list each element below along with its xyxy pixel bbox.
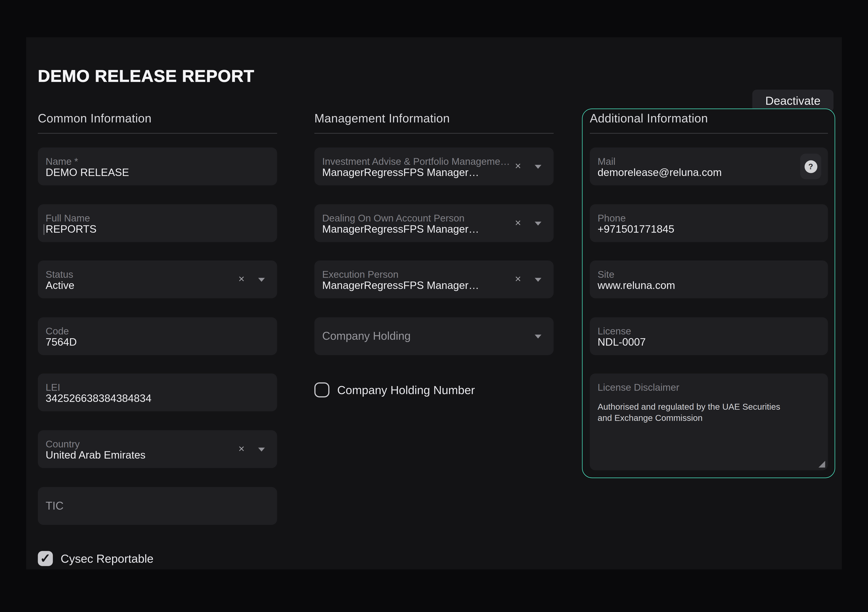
field-dealing-on-own-account-person[interactable]: Dealing On Own Account PersonManagerRegr… (314, 204, 554, 242)
field-label: License (597, 326, 631, 337)
field-label: Country (46, 438, 80, 450)
field-company-holding[interactable]: Company Holding (314, 317, 554, 355)
field-label: Site (597, 269, 614, 281)
clear-icon[interactable]: × (513, 273, 523, 285)
field-value: 7564D (46, 336, 77, 348)
clear-icon[interactable]: × (513, 217, 523, 229)
field-value: Authorised and regulated by the UAE Secu… (597, 401, 792, 424)
field-status[interactable]: StatusActive× (38, 261, 277, 298)
section-divider (590, 133, 828, 134)
field-label: LEI (46, 382, 60, 393)
section-title: Common Information (38, 112, 277, 126)
field-placeholder: Company Holding (322, 330, 411, 343)
field-execution-person[interactable]: Execution PersonManagerRegressFPS Manage… (314, 261, 554, 298)
section-common-information: Common Information Name *DEMO RELEASEFul… (38, 112, 277, 126)
question-mark-icon: ? (804, 160, 817, 173)
clear-icon[interactable]: × (236, 443, 246, 455)
field-value: demorelease@reluna.com (597, 166, 722, 178)
field-value: 342526638384384834 (46, 392, 152, 404)
checkbox-label: Cysec Reportable (60, 552, 153, 565)
field-license[interactable]: LicenseNDL-0007 (590, 317, 828, 355)
field-label: Dealing On Own Account Person (322, 213, 465, 224)
field-label: Execution Person (322, 269, 398, 281)
field-country[interactable]: CountryUnited Arab Emirates× (38, 430, 277, 468)
help-button[interactable]: ? (800, 154, 821, 179)
clear-icon[interactable]: × (236, 273, 246, 285)
field-value: REPORTS (46, 223, 97, 235)
field-mail[interactable]: Maildemorelease@reluna.com? (590, 148, 828, 185)
field-label: Status (46, 269, 73, 281)
field-label: Full Name (46, 213, 90, 224)
chevron-down-icon[interactable] (258, 447, 265, 451)
checkbox-cysec-reportable[interactable]: ✓Cysec Reportable (38, 551, 153, 566)
field-label: Investment Advise & Portfolio Manageme… (322, 156, 510, 167)
field-site[interactable]: Sitewww.reluna.com (590, 261, 828, 298)
section-divider (38, 133, 277, 134)
field-value: NDL-0007 (597, 336, 646, 348)
field-value: Active (46, 279, 74, 291)
field-tic[interactable]: TIC (38, 487, 277, 525)
field-value: www.reluna.com (597, 279, 675, 291)
chevron-down-icon[interactable] (535, 222, 541, 225)
field-license-disclaimer[interactable]: License DisclaimerAuthorised and regulat… (590, 373, 828, 471)
field-label: Mail (597, 156, 615, 167)
field-value: ManagerRegressFPS Manager… (322, 279, 479, 291)
checkbox-label: Company Holding Number (337, 383, 475, 396)
section-title: Management Information (314, 112, 554, 126)
checkbox-company-holding-number[interactable]: Company Holding Number (314, 382, 475, 397)
clear-icon[interactable]: × (513, 160, 523, 172)
page-title: DEMO RELEASE REPORT (38, 66, 254, 85)
field-value: DEMO RELEASE (46, 166, 129, 178)
field-value: United Arab Emirates (46, 449, 146, 461)
field-value: +971501771845 (597, 223, 674, 235)
field-label: Name * (46, 156, 78, 167)
section-title: Additional Information (590, 112, 828, 126)
checkbox-box[interactable]: ✓ (38, 551, 53, 566)
field-value: ManagerRegressFPS Manager… (322, 166, 479, 178)
chevron-down-icon[interactable] (535, 165, 541, 169)
page: DEMO RELEASE REPORT Deactivate Common In… (0, 0, 868, 612)
field-label: Code (46, 326, 69, 337)
field-code[interactable]: Code7564D (38, 317, 277, 355)
field-investment-advise-portfolio-manageme[interactable]: Investment Advise & Portfolio Manageme…M… (314, 148, 554, 185)
chevron-down-icon[interactable] (258, 278, 265, 281)
field-full-name[interactable]: Full NameREPORTS (38, 204, 277, 242)
checkbox-box[interactable] (314, 382, 329, 397)
field-label: License Disclaimer (597, 382, 679, 393)
section-additional-information: Additional Information Maildemorelease@r… (590, 112, 828, 126)
section-divider (314, 133, 554, 134)
field-lei[interactable]: LEI342526638384384834 (38, 373, 277, 412)
field-phone[interactable]: Phone+971501771845 (590, 204, 828, 242)
field-placeholder: TIC (46, 499, 64, 512)
chevron-down-icon[interactable] (535, 335, 541, 339)
section-management-information: Management Information Investment Advise… (314, 112, 554, 126)
field-name[interactable]: Name *DEMO RELEASE (38, 148, 277, 185)
text-cursor (43, 224, 45, 235)
resize-handle-icon[interactable] (818, 461, 825, 468)
field-value: ManagerRegressFPS Manager… (322, 223, 479, 235)
chevron-down-icon[interactable] (535, 278, 541, 281)
field-label: Phone (597, 213, 626, 224)
